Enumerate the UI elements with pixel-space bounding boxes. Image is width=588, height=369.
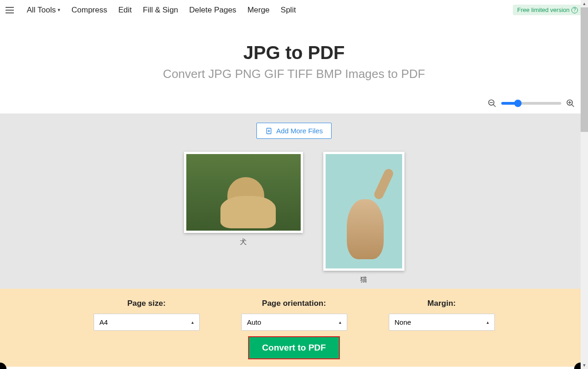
nav-split[interactable]: Split — [281, 6, 296, 15]
page-size-select[interactable]: A4▴ — [94, 314, 200, 331]
vertical-scrollbar[interactable]: ▲ ▼ — [581, 0, 588, 369]
badge-text: Free limited version — [517, 6, 570, 13]
thumb-image-1 — [323, 152, 404, 271]
nav-merge[interactable]: Merge — [247, 6, 269, 15]
orientation-label: Page orientation: — [241, 299, 347, 308]
convert-button[interactable]: Convert to PDF — [249, 337, 339, 358]
page-size-option: Page size: A4▴ — [94, 299, 200, 331]
nav-links: All Tools▾ Compress Edit Fill & Sign Del… — [27, 6, 296, 15]
page-title: JPG to PDF — [0, 42, 588, 63]
zoom-out-icon[interactable] — [487, 99, 497, 108]
caret-up-icon: ▴ — [339, 320, 341, 325]
caret-up-icon: ▴ — [487, 320, 489, 325]
margin-option: Margin: None▴ — [389, 299, 495, 331]
scrollbar-thumb[interactable] — [581, 7, 588, 132]
file-thumb-1[interactable]: 猫 — [323, 152, 404, 284]
file-canvas: Add More Files 犬 猫 — [0, 113, 588, 289]
thumb-label-0: 犬 — [184, 238, 303, 246]
nav-delete-pages[interactable]: Delete Pages — [189, 6, 236, 15]
scroll-down-icon[interactable]: ▼ — [581, 362, 588, 369]
scroll-up-icon[interactable]: ▲ — [581, 0, 588, 7]
orientation-value: Auto — [247, 318, 261, 326]
hamburger-icon[interactable] — [6, 5, 17, 16]
add-more-files-button[interactable]: Add More Files — [256, 123, 332, 139]
margin-label: Margin: — [389, 299, 495, 308]
thumbnails: 犬 猫 — [0, 152, 588, 284]
svg-line-6 — [572, 105, 574, 107]
chevron-down-icon: ▾ — [58, 7, 60, 13]
page-subtitle: Convert JPG PNG GIF TIFF BMP Images to P… — [0, 67, 588, 81]
file-thumb-0[interactable]: 犬 — [184, 152, 303, 246]
hero: JPG to PDF Convert JPG PNG GIF TIFF BMP … — [0, 20, 588, 95]
nav-all-tools[interactable]: All Tools▾ — [27, 6, 60, 15]
thumb-label-1: 猫 — [323, 275, 404, 284]
margin-select[interactable]: None▴ — [389, 314, 495, 331]
options-bar: Page size: A4▴ Page orientation: Auto▴ M… — [0, 289, 588, 367]
nav-compress[interactable]: Compress — [71, 6, 107, 15]
zoom-slider[interactable] — [501, 102, 561, 105]
svg-line-2 — [493, 105, 496, 107]
nav-all-tools-label: All Tools — [27, 6, 56, 15]
caret-up-icon: ▴ — [191, 320, 194, 325]
zoom-in-icon[interactable] — [566, 99, 575, 108]
add-file-icon — [265, 127, 273, 135]
page-size-label: Page size: — [94, 299, 200, 308]
nav-edit[interactable]: Edit — [118, 6, 131, 15]
slider-thumb[interactable] — [514, 100, 522, 107]
options-row: Page size: A4▴ Page orientation: Auto▴ M… — [94, 299, 495, 331]
page-size-value: A4 — [100, 318, 108, 326]
orientation-select[interactable]: Auto▴ — [241, 314, 347, 331]
zoom-controls — [0, 95, 588, 113]
help-icon: ? — [571, 7, 578, 13]
free-version-badge[interactable]: Free limited version ? — [513, 5, 582, 15]
nav-fill-sign[interactable]: Fill & Sign — [143, 6, 178, 15]
top-nav: All Tools▾ Compress Edit Fill & Sign Del… — [0, 0, 588, 20]
thumb-image-0 — [184, 152, 303, 233]
orientation-option: Page orientation: Auto▴ — [241, 299, 347, 331]
margin-value: None — [395, 318, 411, 326]
add-more-label: Add More Files — [276, 127, 323, 135]
